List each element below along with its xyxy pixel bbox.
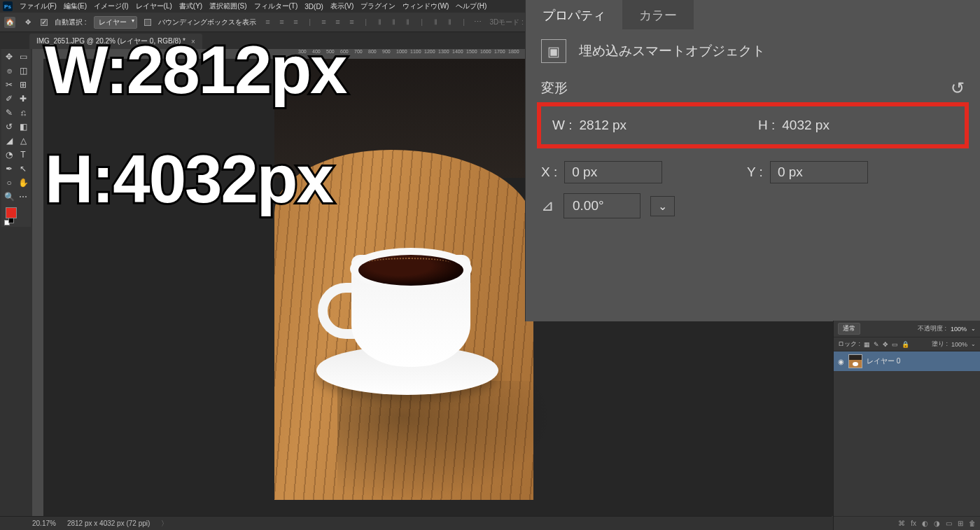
chevron-down-icon[interactable]: ⌄ — [971, 326, 976, 332]
menu-image[interactable]: イメージ(I) — [94, 1, 128, 11]
lock-transparency-icon[interactable]: ▦ — [864, 341, 870, 348]
menu-view[interactable]: 表示(V) — [330, 1, 354, 11]
x-value[interactable]: 0 px — [564, 161, 662, 183]
chevron-down-icon[interactable]: ⌄ — [971, 341, 976, 347]
bbox-label: バウンディングボックスを表示 — [158, 18, 256, 27]
document-image — [274, 59, 533, 500]
fill-value[interactable]: 100% — [951, 341, 967, 348]
layer-fx-icon[interactable]: fx — [911, 519, 916, 527]
distribute-icon[interactable]: ⦀ — [403, 18, 413, 27]
crop-tool[interactable]: ✂ — [3, 78, 15, 91]
close-tab-icon[interactable]: × — [191, 38, 195, 46]
more-icon[interactable]: ⋯ — [473, 18, 483, 27]
menu-plugin[interactable]: プラグイン — [360, 1, 396, 11]
menu-type[interactable]: 書式(Y) — [179, 1, 202, 11]
height-label: H : — [758, 118, 775, 133]
new-layer-icon[interactable]: ⊞ — [958, 519, 963, 527]
foreground-color-swatch[interactable] — [6, 207, 17, 218]
eraser-tool[interactable]: ◧ — [17, 120, 29, 133]
marquee-tool[interactable]: ◫ — [17, 64, 29, 77]
reset-transform-icon[interactable]: ↺ — [951, 78, 965, 98]
angle-dropdown[interactable]: ⌄ — [650, 196, 675, 216]
angle-icon: ⊿ — [541, 197, 554, 215]
layer-row[interactable]: ◉ レイヤー 0 — [834, 351, 980, 371]
auto-select-checkbox[interactable] — [41, 19, 48, 26]
menu-help[interactable]: ヘルプ(H) — [456, 1, 486, 11]
move-tool-icon: ✥ — [22, 17, 34, 28]
vertical-ruler — [32, 49, 43, 516]
document-dimensions: 2812 px x 4032 px (72 ppi) — [67, 519, 150, 527]
lock-position-icon[interactable]: ✥ — [883, 341, 888, 348]
dodge-tool[interactable]: ◔ — [3, 148, 15, 161]
align-icon[interactable]: ≡ — [291, 18, 301, 27]
status-menu-icon[interactable]: 〉 — [161, 519, 168, 529]
zoom-level[interactable]: 20.17% — [32, 519, 56, 527]
opacity-label: 不透明度 : — [918, 324, 946, 333]
color-swatches[interactable] — [3, 204, 29, 225]
layers-panel: 通常 不透明度 : 100% ⌄ ロック : ▦ ✎ ✥ ▭ 🔒 塗り : 10… — [833, 321, 980, 530]
align-icon[interactable]: ≡ — [333, 18, 343, 27]
align-icon[interactable]: ≡ — [277, 18, 287, 27]
distribute-icon[interactable]: ⦀ — [431, 18, 441, 27]
home-button[interactable]: 🏠 — [4, 17, 15, 28]
zoom-tool[interactable]: 🔍 — [3, 190, 15, 203]
y-value[interactable]: 0 px — [770, 161, 868, 183]
visibility-toggle-icon[interactable]: ◉ — [838, 358, 844, 365]
properties-panel: プロパティ カラー ▣ 埋め込みスマートオブジェクト 変形 ↺ W : 2812… — [525, 0, 980, 321]
lock-artboard-icon[interactable]: ▭ — [892, 341, 898, 348]
menu-window[interactable]: ウィンドウ(W) — [402, 1, 449, 11]
highlight-box: W : 2812 px H : 4032 px — [537, 102, 969, 148]
align-icon[interactable]: ≡ — [263, 18, 273, 27]
document-tab[interactable]: IMG_2651.JPG @ 20.2% (レイヤー 0, RGB/8) * × — [29, 34, 202, 49]
frame-tool[interactable]: ⊞ — [17, 78, 29, 91]
distribute-icon[interactable]: ⦀ — [389, 18, 399, 27]
toolbox: ✥ ▭ ⌾ ◫ ✂ ⊞ ✐ ✚ ✎ ⎌ ↺ ◧ ◢ △ ◔ T ✒ ↖ ○ ✋ … — [1, 49, 31, 227]
menu-layer[interactable]: レイヤー(L) — [136, 1, 172, 11]
link-layers-icon[interactable]: ⌘ — [898, 519, 905, 527]
layer-mask-icon[interactable]: ◐ — [922, 519, 928, 527]
delete-layer-icon[interactable]: 🗑 — [969, 519, 976, 527]
edit-toolbar[interactable]: ⋯ — [17, 190, 29, 203]
type-tool[interactable]: T — [17, 148, 29, 161]
auto-select-target-dropdown[interactable]: レイヤー — [94, 16, 137, 29]
menu-3d[interactable]: 3D(D) — [304, 3, 323, 11]
layer-thumbnail[interactable] — [848, 354, 862, 368]
history-brush-tool[interactable]: ↺ — [3, 120, 15, 133]
hand-tool[interactable]: ✋ — [17, 176, 29, 189]
align-icon[interactable]: ≡ — [319, 18, 329, 27]
lock-all-icon[interactable]: 🔒 — [902, 341, 909, 348]
lock-image-icon[interactable]: ✎ — [874, 341, 879, 348]
bbox-checkbox[interactable] — [144, 19, 151, 26]
eyedropper-tool[interactable]: ✐ — [3, 92, 15, 105]
adjustment-layer-icon[interactable]: ◑ — [934, 519, 940, 527]
height-value[interactable]: 4032 px — [782, 118, 830, 133]
distribute-icon[interactable]: ⦀ — [445, 18, 455, 27]
menu-select[interactable]: 選択範囲(S) — [209, 1, 246, 11]
blur-tool[interactable]: △ — [17, 134, 29, 147]
path-select-tool[interactable]: ↖ — [17, 162, 29, 175]
menu-filter[interactable]: フィルター(T) — [254, 1, 298, 11]
angle-value[interactable]: 0.00° — [564, 193, 640, 218]
menu-edit[interactable]: 編集(E) — [64, 1, 87, 11]
tab-properties[interactable]: プロパティ — [526, 0, 622, 29]
shape-tool[interactable]: ○ — [3, 176, 15, 189]
width-value[interactable]: 2812 px — [580, 118, 627, 133]
artboard-tool[interactable]: ▭ — [17, 50, 29, 63]
lasso-tool[interactable]: ⌾ — [3, 64, 15, 77]
stamp-tool[interactable]: ⎌ — [17, 106, 29, 119]
gradient-tool[interactable]: ◢ — [3, 134, 15, 147]
lock-label: ロック : — [838, 340, 860, 349]
align-icon[interactable]: ≡ — [347, 18, 357, 27]
group-icon[interactable]: ▭ — [946, 519, 952, 527]
brush-tool[interactable]: ✎ — [3, 106, 15, 119]
healing-tool[interactable]: ✚ — [17, 92, 29, 105]
tab-color[interactable]: カラー — [622, 0, 694, 29]
blend-mode-dropdown[interactable]: 通常 — [838, 323, 860, 335]
distribute-icon[interactable]: ⦀ — [375, 18, 385, 27]
opacity-value[interactable]: 100% — [951, 326, 967, 333]
layer-name[interactable]: レイヤー 0 — [867, 356, 900, 366]
smart-object-type-row: ▣ 埋め込みスマートオブジェクト — [526, 29, 980, 73]
pen-tool[interactable]: ✒ — [3, 162, 15, 175]
move-tool[interactable]: ✥ — [3, 50, 15, 63]
menu-file[interactable]: ファイル(F) — [20, 1, 57, 11]
